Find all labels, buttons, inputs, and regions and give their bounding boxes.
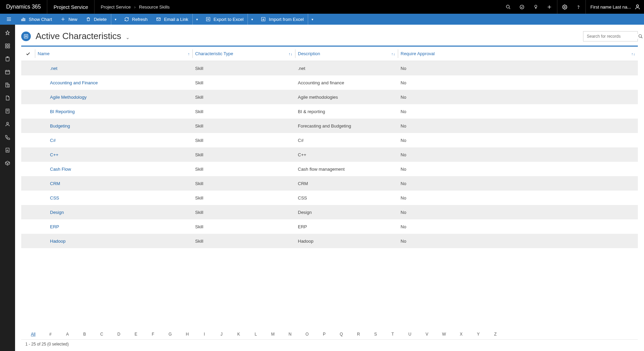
cell-name[interactable]: Budgeting bbox=[35, 119, 192, 133]
cell-name[interactable]: C++ bbox=[35, 147, 192, 162]
import-excel-button[interactable]: Import from Excel bbox=[256, 14, 308, 25]
alpha-filter-h[interactable]: H bbox=[179, 332, 196, 337]
search-input[interactable] bbox=[587, 34, 638, 39]
row-selector[interactable] bbox=[21, 119, 35, 133]
delete-button[interactable]: Delete bbox=[81, 14, 111, 25]
row-selector[interactable] bbox=[21, 90, 35, 104]
view-title[interactable]: Active Characteristics ⌄ bbox=[36, 31, 130, 41]
email-link-button[interactable]: Email a Link bbox=[152, 14, 192, 25]
hamburger-icon[interactable] bbox=[3, 14, 15, 25]
alpha-filter-x[interactable]: X bbox=[453, 332, 470, 337]
alpha-filter-all[interactable]: All bbox=[25, 332, 42, 337]
row-selector[interactable] bbox=[21, 176, 35, 191]
alpha-filter-k[interactable]: K bbox=[230, 332, 247, 337]
refresh-button[interactable]: Refresh bbox=[120, 14, 152, 25]
cell-name[interactable]: Accounting and Finance bbox=[35, 75, 192, 90]
column-header-name[interactable]: Name ↑ bbox=[35, 47, 192, 61]
row-selector[interactable] bbox=[21, 162, 35, 176]
cell-name[interactable]: Hadoop bbox=[35, 234, 192, 248]
row-selector[interactable] bbox=[21, 205, 35, 219]
table-row[interactable]: DesignSkillDesignNo bbox=[21, 205, 638, 219]
alpha-filter-g[interactable]: G bbox=[162, 332, 179, 337]
row-selector[interactable] bbox=[21, 234, 35, 248]
table-row[interactable]: C++SkillC++No bbox=[21, 147, 638, 162]
nav-person-icon[interactable] bbox=[0, 119, 15, 130]
alpha-filter-l[interactable]: L bbox=[247, 332, 264, 337]
export-excel-dropdown[interactable]: ▾ bbox=[248, 14, 256, 25]
cell-name[interactable]: CSS bbox=[35, 191, 192, 205]
alpha-filter-j[interactable]: J bbox=[213, 332, 230, 337]
nav-document-icon[interactable] bbox=[0, 93, 15, 104]
row-selector[interactable] bbox=[21, 133, 35, 147]
email-link-dropdown[interactable]: ▾ bbox=[192, 14, 201, 25]
table-row[interactable]: HadoopSkillHadoopNo bbox=[21, 234, 638, 248]
nav-invoice-icon[interactable] bbox=[0, 106, 15, 117]
nav-pin-icon[interactable] bbox=[0, 27, 15, 38]
grid-body[interactable]: .netSkill.netNoAccounting and FinanceSki… bbox=[21, 61, 638, 329]
table-row[interactable]: .netSkill.netNo bbox=[21, 61, 638, 75]
table-row[interactable]: Agile MethodologySkillAgile methodologie… bbox=[21, 90, 638, 104]
nav-building-icon[interactable] bbox=[0, 80, 15, 90]
row-selector[interactable] bbox=[21, 219, 35, 234]
column-header-type[interactable]: Characteristic Type ↑↓ bbox=[192, 47, 295, 61]
delete-dropdown[interactable]: ▾ bbox=[111, 14, 120, 25]
cell-name[interactable]: ERP bbox=[35, 219, 192, 234]
help-icon[interactable] bbox=[572, 0, 585, 14]
nav-calendar-icon[interactable] bbox=[0, 66, 15, 77]
table-row[interactable]: BI ReportingSkillBI & reportingNo bbox=[21, 104, 638, 119]
import-excel-dropdown[interactable]: ▾ bbox=[308, 14, 317, 25]
alpha-filter-w[interactable]: W bbox=[435, 332, 453, 337]
row-selector[interactable] bbox=[21, 75, 35, 90]
alpha-filter-a[interactable]: A bbox=[59, 332, 76, 337]
table-row[interactable]: CSSSkillCSSNo bbox=[21, 191, 638, 205]
brand-label[interactable]: Dynamics 365 bbox=[0, 0, 47, 14]
alpha-filter-p[interactable]: P bbox=[316, 332, 333, 337]
column-header-approve[interactable]: Require Approval ↑↓ bbox=[398, 47, 638, 61]
alpha-filter-v[interactable]: V bbox=[418, 332, 435, 337]
select-all-column[interactable] bbox=[21, 47, 35, 61]
alpha-filter-e[interactable]: E bbox=[127, 332, 144, 337]
alpha-filter-i[interactable]: I bbox=[196, 332, 213, 337]
nav-phone-icon[interactable] bbox=[0, 132, 15, 143]
cell-name[interactable]: Cash Flow bbox=[35, 162, 192, 176]
task-icon[interactable] bbox=[515, 0, 529, 14]
cell-name[interactable]: BI Reporting bbox=[35, 104, 192, 119]
nav-box-icon[interactable] bbox=[0, 158, 15, 169]
nav-clipboard-icon[interactable] bbox=[0, 53, 15, 64]
row-selector[interactable] bbox=[21, 104, 35, 119]
module-label[interactable]: Project Service bbox=[47, 0, 94, 14]
lightbulb-icon[interactable] bbox=[529, 0, 543, 14]
table-row[interactable]: Accounting and FinanceSkillAccounting an… bbox=[21, 75, 638, 90]
search-icon[interactable] bbox=[638, 34, 643, 39]
alpha-filter-m[interactable]: M bbox=[264, 332, 281, 337]
alpha-filter-u[interactable]: U bbox=[401, 332, 418, 337]
alpha-filter-y[interactable]: Y bbox=[470, 332, 487, 337]
cell-name[interactable]: C# bbox=[35, 133, 192, 147]
alpha-filter-d[interactable]: D bbox=[110, 332, 127, 337]
cell-name[interactable]: Design bbox=[35, 205, 192, 219]
alpha-filter-t[interactable]: T bbox=[384, 332, 401, 337]
cell-name[interactable]: CRM bbox=[35, 176, 192, 191]
table-row[interactable]: C#SkillC#No bbox=[21, 133, 638, 147]
table-row[interactable]: ERPSkillERPNo bbox=[21, 219, 638, 234]
gear-icon[interactable] bbox=[558, 0, 572, 14]
cell-name[interactable]: .net bbox=[35, 61, 192, 75]
chevron-down-icon[interactable]: ⌄ bbox=[126, 35, 130, 40]
user-menu[interactable]: First name Last na... bbox=[585, 0, 644, 14]
export-excel-button[interactable]: Export to Excel bbox=[201, 14, 248, 25]
alpha-filter-n[interactable]: N bbox=[281, 332, 299, 337]
alpha-filter-f[interactable]: F bbox=[144, 332, 162, 337]
alpha-filter-b[interactable]: B bbox=[76, 332, 93, 337]
new-button[interactable]: New bbox=[56, 14, 81, 25]
row-selector[interactable] bbox=[21, 191, 35, 205]
row-selector[interactable] bbox=[21, 61, 35, 75]
cell-name[interactable]: Agile Methodology bbox=[35, 90, 192, 104]
table-row[interactable]: Cash FlowSkillCash flow managementNo bbox=[21, 162, 638, 176]
table-row[interactable]: CRMSkillCRMNo bbox=[21, 176, 638, 191]
show-chart-button[interactable]: Show Chart bbox=[16, 14, 56, 25]
breadcrumb-item[interactable]: Project Service bbox=[101, 4, 130, 10]
alpha-filter-c[interactable]: C bbox=[93, 332, 110, 337]
breadcrumb-item[interactable]: Resource Skills bbox=[139, 4, 170, 10]
alpha-filter-r[interactable]: R bbox=[350, 332, 367, 337]
alpha-filter-z[interactable]: Z bbox=[487, 332, 504, 337]
